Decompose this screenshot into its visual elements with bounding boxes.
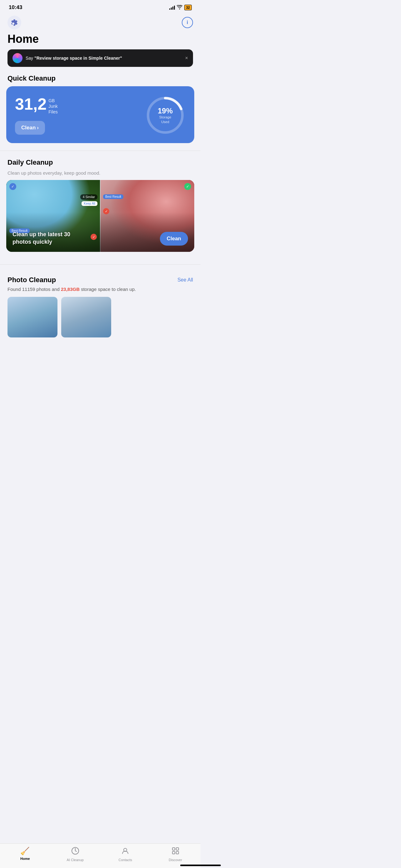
photo-cleanup-section: Photo Cleanup See All Found 11159 photos…	[0, 271, 201, 337]
qc-storage-number: 31,2	[15, 96, 46, 112]
signal-bar-4	[174, 6, 175, 10]
header-row: i	[0, 13, 201, 31]
storage-used-label: Storage Used	[155, 115, 175, 124]
signal-bar-1	[169, 8, 170, 10]
photo-cleanup-header: Photo Cleanup See All	[0, 276, 201, 286]
qc-storage-label: GB Junk Files	[48, 96, 58, 115]
quick-clean-button[interactable]: Clean ›	[15, 121, 45, 135]
quick-cleanup-title: Quick Cleanup	[0, 73, 201, 86]
daily-card-text: Clean up the latest 30 photos quickly	[12, 231, 70, 246]
qc-storage-display: 31,2 GB Junk Files	[15, 96, 58, 115]
similar-badge: 4 Similar	[80, 194, 97, 200]
status-icons: 32	[169, 5, 192, 10]
storage-percentage: 19%	[155, 107, 175, 115]
qc-files: Files	[48, 109, 58, 115]
gear-icon	[11, 19, 18, 26]
siri-banner: Say "Review storage space in Simple Clea…	[7, 50, 193, 67]
photo-cleanup-highlight: 23,83GB	[61, 286, 80, 292]
photo-cleanup-desc: Found 11159 photos and 23,83GB storage s…	[0, 286, 201, 297]
qc-junk: Junk	[48, 103, 58, 109]
photo-cleanup-desc-suffix: storage space to clean up.	[80, 286, 136, 292]
daily-cleanup-card: ✓ 4 Similar Keep All Best Result ✓ ✓ Bes…	[6, 180, 194, 252]
battery-icon: 32	[184, 5, 192, 10]
daily-card-line2: photos quickly	[12, 239, 52, 245]
see-all-link[interactable]: See All	[177, 277, 193, 283]
quick-clean-arrow: ›	[37, 125, 39, 131]
qc-unit: GB	[48, 98, 58, 103]
photo-cleanup-desc-prefix: Found 11159 photos and	[7, 286, 61, 292]
daily-cleanup-title: Daily Cleanup	[0, 157, 201, 170]
photo-thumb-1	[7, 297, 58, 337]
daily-card-line1: Clean up the latest 30	[12, 231, 70, 238]
circle-text: 19% Storage Used	[155, 107, 175, 124]
daily-clean-button[interactable]: Clean	[160, 232, 188, 246]
siri-text: Say "Review storage space in Simple Clea…	[26, 56, 182, 61]
siri-say-prefix: Say	[26, 56, 34, 61]
settings-button[interactable]	[7, 16, 21, 29]
status-time: 10:43	[9, 4, 22, 11]
photo-preview-row	[0, 297, 201, 337]
signal-bars-icon	[169, 5, 175, 10]
best-result-badge-right: Best Result	[103, 194, 123, 199]
signal-bar-2	[171, 7, 172, 10]
nav-spacer	[0, 337, 201, 369]
photo-thumb-2	[61, 297, 111, 337]
page-title: Home	[0, 31, 201, 50]
quick-cleanup-card: 31,2 GB Junk Files Clean › 19% Storage U…	[6, 86, 194, 143]
daily-cleanup-section: Daily Cleanup Clean up photos everyday, …	[0, 157, 201, 258]
info-button[interactable]: i	[182, 17, 193, 28]
red-check-circle: ✓	[91, 234, 97, 240]
quick-clean-label: Clean	[21, 125, 36, 131]
qc-left: 31,2 GB Junk Files Clean ›	[15, 96, 58, 135]
signal-bar-3	[172, 6, 173, 10]
photo-cleanup-title: Photo Cleanup	[7, 276, 56, 284]
siri-command: "Review storage space in Simple Cleaner"	[34, 56, 122, 61]
daily-cleanup-subtitle: Clean up photos everyday, keep good mood…	[0, 170, 201, 180]
siri-orb-icon	[12, 53, 23, 63]
status-bar: 10:43 32	[0, 0, 201, 13]
wifi-icon	[177, 5, 182, 10]
divider-1	[0, 151, 201, 151]
siri-close-button[interactable]: ×	[185, 55, 188, 61]
keep-all-badge: Keep All	[81, 201, 97, 206]
storage-circle-progress: 19% Storage Used	[145, 95, 186, 135]
divider-2	[0, 264, 201, 265]
